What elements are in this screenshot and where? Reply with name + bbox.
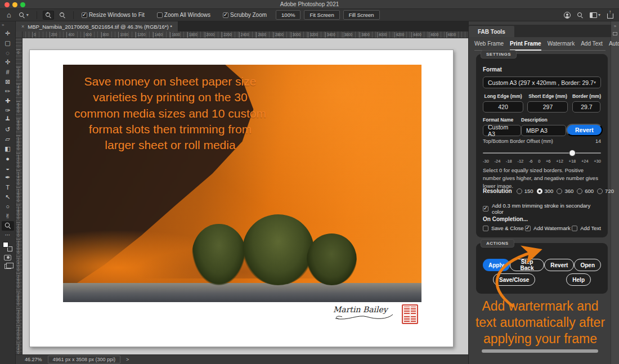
description-input[interactable]: MBP A3 [521, 125, 566, 136]
tab-watermark[interactable]: Watermark [548, 41, 575, 47]
tab-add-text[interactable]: Add Text [581, 41, 603, 47]
workspace-switcher[interactable]: ▾ [590, 12, 600, 18]
eraser-tool[interactable]: ▱ [2, 134, 14, 144]
clone-stamp-tool[interactable]: ┻ [2, 115, 14, 125]
horizontal-ruler[interactable]: 0200400600800100012001400160018002000220… [23, 32, 468, 38]
offset-slider[interactable] [483, 150, 601, 156]
checkbox[interactable] [157, 12, 163, 18]
tab-autopilot[interactable]: Autopilot [609, 41, 619, 47]
tab-print-frame[interactable]: Print Frame [510, 41, 541, 47]
history-brush-tool[interactable]: ↺ [2, 125, 14, 134]
radio-button[interactable] [517, 188, 522, 194]
size-field-input[interactable]: 29.7 [572, 101, 600, 113]
format-label: Format [483, 66, 502, 73]
resolution-option-150[interactable]: 150 [517, 188, 533, 194]
fill-screen-button[interactable]: Fill Screen [343, 10, 380, 20]
current-tool-button[interactable]: ▾ [17, 11, 31, 20]
option-checkbox-scrubby-zoom[interactable]: Scrubby Zoom [221, 11, 269, 20]
collapse-panel-icon[interactable]: » [611, 21, 619, 29]
completion-checkbox-add-watermark[interactable]: Add Watermark [525, 225, 571, 231]
zoom-100-button[interactable]: 100% [276, 10, 300, 20]
radio-button[interactable] [577, 188, 582, 194]
panel-menu-icon[interactable] [613, 32, 617, 35]
move-tool[interactable]: ✛ [2, 29, 14, 38]
format-name-input[interactable]: Custom A3 [483, 125, 521, 136]
path-selection-tool[interactable]: ↖ [2, 192, 14, 202]
revert-button[interactable]: Revert [544, 259, 574, 271]
size-field-input[interactable]: 420 [483, 101, 523, 113]
tab-web-frame[interactable]: Web Frame [474, 41, 504, 47]
search-icon[interactable] [577, 12, 583, 18]
revert-button[interactable]: Revert [566, 124, 603, 136]
resolution-option-360[interactable]: 360 [557, 188, 573, 194]
checkbox-label: Add Watermark [533, 225, 571, 231]
collapse-toolbar-icon[interactable]: » [0, 21, 15, 29]
eyedropper-tool[interactable]: ✏ [2, 87, 14, 96]
completion-checkbox-save-close[interactable]: Save & Close [483, 225, 524, 231]
checkbox[interactable] [483, 226, 488, 231]
crop-tool[interactable]: # [2, 67, 14, 77]
help-button[interactable]: Help [566, 273, 591, 286]
resolution-option-300[interactable]: 300 [537, 188, 554, 194]
zoom-tool[interactable] [2, 221, 14, 231]
zoom-out-button[interactable]: − [57, 11, 68, 20]
resolution-option-600[interactable]: 600 [577, 188, 594, 194]
slider-scale: -30-24-18-12-60+6+12+18+24+30 [483, 159, 601, 164]
close-tab-icon[interactable]: × [21, 24, 24, 29]
save-close-button[interactable]: Save/Close [493, 273, 535, 286]
brush-tool[interactable]: ✑ [2, 106, 14, 115]
radio-button[interactable] [537, 188, 542, 194]
ruler-label: 1000 [118, 32, 128, 38]
healing-brush-tool[interactable]: ✚ [2, 96, 14, 106]
share-icon[interactable] [607, 14, 613, 19]
zoom-level-field[interactable]: 46.27% [25, 357, 42, 362]
apply-button[interactable]: Apply [483, 259, 510, 271]
radio-button[interactable] [557, 188, 562, 194]
completion-checkbox-add-text[interactable]: Add Text [572, 225, 601, 231]
slider-track[interactable] [483, 152, 601, 154]
frame-tool[interactable]: ⊠ [2, 77, 14, 86]
slider-handle[interactable] [569, 150, 576, 156]
option-checkbox-resize-windows-to-fit[interactable]: Resize Windows to Fit [79, 11, 147, 20]
format-dropdown[interactable]: Custom A3 (297 x 420mm , Border: 29.7mm … [483, 77, 601, 88]
blur-tool[interactable]: ● [2, 154, 14, 163]
foreground-color-swatch[interactable] [3, 242, 8, 248]
resolution-option-720[interactable]: 720 [597, 188, 614, 194]
color-swatches[interactable] [3, 242, 12, 251]
checkbox[interactable] [572, 226, 577, 231]
trimming-stroke-checkbox[interactable] [483, 206, 488, 212]
checkbox[interactable] [223, 12, 228, 18]
checkbox[interactable] [82, 12, 87, 18]
panel-scrollbar[interactable] [482, 349, 598, 353]
home-button[interactable]: ⌂ [5, 11, 14, 20]
quick-selection-tool[interactable]: ✢ [2, 57, 14, 67]
radio-button[interactable] [597, 188, 603, 194]
shape-tool[interactable]: ○ [2, 202, 14, 212]
option-checkbox-zoom-all-windows[interactable]: Zoom All Windows [155, 11, 213, 20]
size-field-input[interactable]: 297 [527, 101, 568, 113]
pen-tool[interactable]: ✒ [2, 173, 14, 182]
hand-tool[interactable]: ✌ [2, 212, 14, 221]
document-tab[interactable]: × MBP_Namibia_20170608_5D21654.tif @ 46.… [16, 21, 178, 32]
lasso-tool[interactable]: ◌ [2, 48, 14, 57]
open-button[interactable]: Open [574, 259, 601, 271]
account-icon[interactable] [564, 12, 571, 19]
ruler-label: 800 [16, 119, 20, 130]
vertical-ruler[interactable]: 0200400600800100012001400160018002000220… [16, 38, 23, 354]
step-back-button[interactable]: Step Back [510, 259, 545, 271]
quick-mask-icon[interactable] [4, 255, 11, 260]
fab-tools-tab[interactable]: FAB Tools [469, 26, 514, 37]
canvas-area[interactable]: Save money on sheet paper size varieties… [23, 38, 468, 354]
edit-toolbar-icon[interactable]: ⋯ [5, 233, 11, 237]
marquee-tool[interactable]: ▢ [2, 38, 14, 48]
type-tool[interactable]: T [2, 183, 14, 192]
fit-screen-button[interactable]: Fit Screen [304, 10, 339, 20]
ruler-label: 2800 [16, 291, 20, 305]
zoom-in-button[interactable]: + [43, 11, 54, 20]
status-chevron-icon[interactable]: > [126, 357, 129, 362]
gradient-tool[interactable]: ◧ [2, 144, 14, 154]
screen-mode-icon[interactable] [5, 264, 11, 269]
tree [307, 233, 357, 286]
checkbox[interactable] [525, 226, 531, 231]
dodge-tool[interactable]: ◒ [2, 163, 14, 173]
